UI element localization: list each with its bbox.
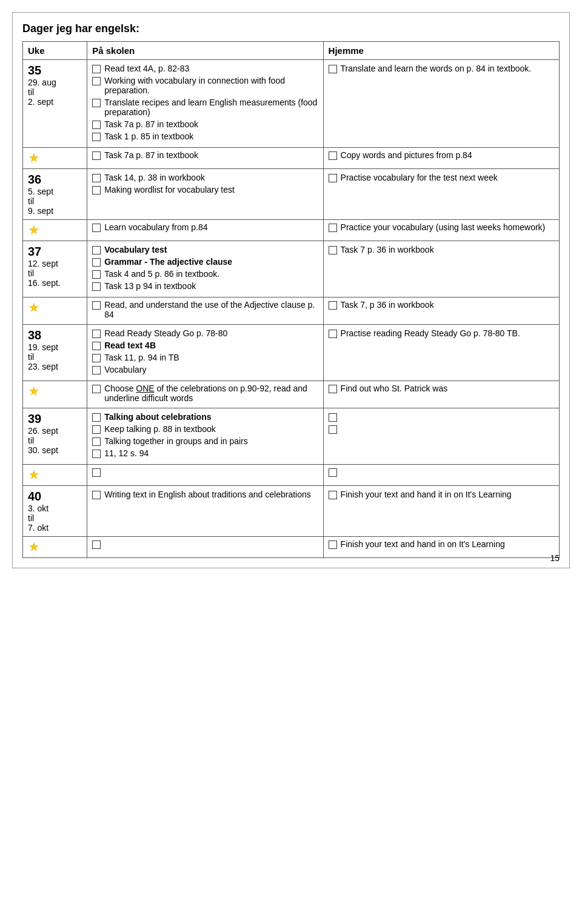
checkbox[interactable] — [92, 468, 101, 477]
checkbox-item: Talking about celebrations — [92, 412, 318, 422]
checkbox-item: Task 7a p. 87 in textbook — [92, 150, 318, 160]
checkbox[interactable] — [92, 77, 101, 85]
star-week-cell: ★ — [23, 220, 87, 241]
checkbox-item: Vocabulary test — [92, 245, 318, 254]
checkbox-item: Translate recipes and learn English meas… — [92, 98, 318, 117]
checkbox[interactable] — [329, 151, 337, 160]
checkbox[interactable] — [92, 186, 101, 194]
checkbox-item: Vocabulary — [92, 365, 318, 374]
skolen-cell: Vocabulary testGrammar - The adjective c… — [87, 241, 323, 297]
table-row: 3926. sept til 30. septTalking about cel… — [23, 408, 560, 465]
star-row: ★ — [23, 465, 560, 486]
checkbox-item: Task 1 p. 85 in textbook — [92, 131, 318, 141]
item-text: Task 7a p. 87 in textbook — [104, 119, 198, 129]
checkbox[interactable] — [92, 65, 101, 73]
checkbox-item — [92, 539, 318, 549]
table-row: 3712. sept til 16. sept.Vocabulary testG… — [23, 241, 560, 297]
star-hjemme-cell: Find out who St. Patrick was — [323, 381, 559, 408]
checkbox-item: Read, and understand the use of the Adje… — [92, 300, 318, 319]
checkbox-item: Find out who St. Patrick was — [329, 384, 554, 393]
week-dates: 29. aug til 2. sept — [28, 78, 56, 107]
checkbox[interactable] — [92, 437, 101, 446]
item-text: Read text 4A, p. 82-83 — [104, 64, 189, 73]
checkbox[interactable] — [92, 246, 101, 254]
checkbox-item: Grammar - The adjective clause — [92, 257, 318, 267]
item-text: Finish your text and hand it in on It's … — [341, 490, 512, 499]
star-icon: ★ — [28, 300, 40, 315]
item-text: Task 7a p. 87 in textbook — [104, 150, 198, 160]
checkbox[interactable] — [329, 65, 337, 73]
item-text: Choose ONE of the celebrations on p.90-9… — [104, 384, 318, 403]
checkbox-item — [329, 467, 554, 477]
checkbox[interactable] — [92, 450, 101, 458]
star-hjemme-cell: Finish your text and hand in on It's Lea… — [323, 537, 559, 558]
checkbox-item: Finish your text and hand in on It's Lea… — [329, 539, 554, 549]
star-hjemme-cell — [323, 465, 559, 486]
item-text: Finish your text and hand in on It's Lea… — [341, 539, 505, 549]
week-number: 35 — [28, 64, 82, 78]
checkbox[interactable] — [329, 468, 337, 477]
checkbox[interactable] — [92, 224, 101, 232]
item-text: 11, 12 s. 94 — [104, 448, 149, 458]
star-week-cell: ★ — [23, 537, 87, 558]
star-week-cell: ★ — [23, 148, 87, 169]
checkbox[interactable] — [329, 425, 337, 434]
checkbox[interactable] — [92, 540, 101, 549]
checkbox[interactable] — [329, 224, 337, 232]
checkbox[interactable] — [92, 366, 101, 374]
checkbox[interactable] — [92, 354, 101, 362]
week-cell: 3529. aug til 2. sept — [23, 60, 87, 148]
checkbox[interactable] — [92, 270, 101, 279]
item-text: Task 13 p 94 in textbook — [104, 281, 196, 291]
checkbox[interactable] — [329, 413, 337, 422]
page: Dager jeg har engelsk: Uke På skolen Hje… — [12, 12, 570, 568]
item-text: Keep talking p. 88 in textbook — [104, 424, 216, 434]
item-text: Task 11, p. 94 in TB — [104, 353, 179, 362]
checkbox[interactable] — [92, 330, 101, 338]
checkbox-item: Talking together in groups and in pairs — [92, 436, 318, 446]
checkbox[interactable] — [329, 301, 337, 310]
checkbox[interactable] — [92, 121, 101, 129]
star-hjemme-cell: Task 7, p 36 in workbook — [323, 297, 559, 325]
item-text: Task 4 and 5 p. 86 in textbook. — [104, 269, 219, 279]
star-week-cell: ★ — [23, 381, 87, 408]
checkbox[interactable] — [92, 133, 101, 141]
item-text: Working with vocabulary in connection wi… — [104, 76, 318, 95]
item-text: Talking about celebrations — [104, 412, 211, 422]
hjemme-cell: Finish your text and hand it in on It's … — [323, 486, 559, 537]
item-text: Read Ready Steady Go p. 78-80 — [104, 328, 227, 338]
checkbox[interactable] — [329, 540, 337, 549]
skolen-cell: Read text 4A, p. 82-83Working with vocab… — [87, 60, 323, 148]
checkbox[interactable] — [329, 246, 337, 254]
checkbox[interactable] — [92, 258, 101, 267]
checkbox[interactable] — [329, 491, 337, 499]
checkbox[interactable] — [329, 330, 337, 338]
week-dates: 19. sept til 23. sept — [28, 342, 58, 371]
item-text: Read text 4B — [104, 341, 156, 350]
checkbox-item — [329, 424, 554, 434]
checkbox-item: Task 13 p 94 in textbook — [92, 281, 318, 291]
table-row: 365. sept til 9. septTask 14, p. 38 in w… — [23, 169, 560, 220]
checkbox[interactable] — [329, 385, 337, 393]
checkbox[interactable] — [92, 174, 101, 182]
checkbox[interactable] — [92, 491, 101, 499]
table-row: 403. okt til 7. oktWriting text in Engli… — [23, 486, 560, 537]
checkbox[interactable] — [92, 99, 101, 107]
skolen-cell: Writing text in English about traditions… — [87, 486, 323, 537]
checkbox[interactable] — [92, 282, 101, 291]
item-text: Translate recipes and learn English meas… — [104, 98, 318, 117]
checkbox[interactable] — [92, 413, 101, 422]
checkbox-item: Practise reading Ready Steady Go p. 78-8… — [329, 328, 554, 338]
checkbox[interactable] — [329, 174, 337, 182]
hjemme-cell — [323, 408, 559, 465]
checkbox[interactable] — [92, 342, 101, 350]
item-text: Writing text in English about traditions… — [104, 490, 311, 499]
item-text: Vocabulary — [104, 365, 146, 374]
checkbox[interactable] — [92, 425, 101, 434]
checkbox[interactable] — [92, 151, 101, 160]
checkbox[interactable] — [92, 385, 101, 393]
week-number: 37 — [28, 245, 82, 259]
week-number: 40 — [28, 490, 82, 504]
star-row: ★Read, and understand the use of the Adj… — [23, 297, 560, 325]
checkbox[interactable] — [92, 301, 101, 310]
